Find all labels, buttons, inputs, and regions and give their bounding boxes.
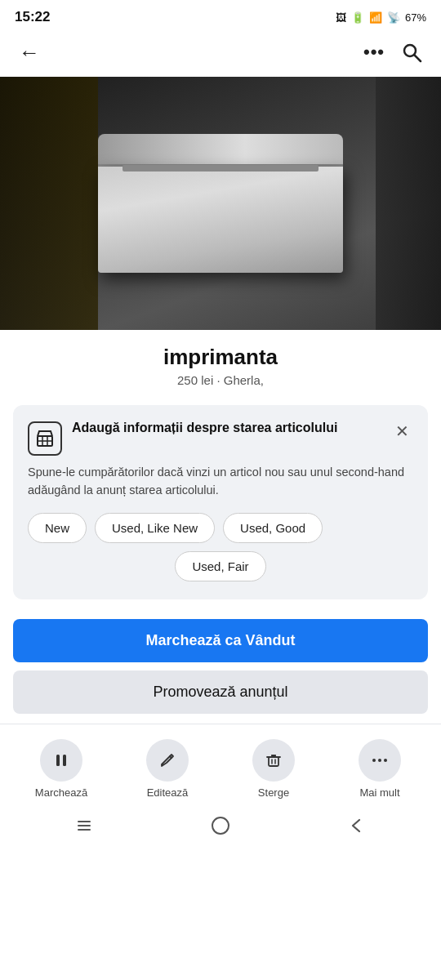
dots-icon: ••• [363,42,385,63]
photo-icon: 🖼 [336,11,346,24]
svg-rect-7 [63,755,66,766]
product-meta: 250 lei · Gherla, [16,373,425,387]
svg-line-1 [415,56,421,62]
condition-used-like-new[interactable]: Used, Like New [95,513,215,543]
more-action[interactable]: Mai mult [347,739,412,799]
nav-lines-button[interactable] [64,813,105,838]
status-bar: 15:22 🖼 🔋 📶 📡 67% [0,0,441,31]
promote-button[interactable]: Promovează anunțul [13,670,428,714]
signal-icon: 📡 [387,11,400,24]
svg-point-13 [372,759,376,762]
top-nav: ← ••• [0,31,441,77]
pause-action[interactable]: Marchează [29,739,94,799]
svg-rect-6 [56,755,60,766]
nav-right-actions: ••• [358,36,428,69]
svg-rect-9 [269,757,278,766]
action-buttons: Marchează ca Vândut Promovează anunțul [0,611,441,719]
search-button[interactable] [395,36,428,69]
card-title: Adaugă informații despre starea articolu… [72,420,381,437]
product-image-inner [0,77,441,330]
wifi-icon: 📶 [369,11,382,24]
condition-used-fair[interactable]: Used, Fair [175,551,265,581]
status-time: 15:22 [15,9,50,25]
pause-label: Marchează [35,786,87,799]
condition-used-good[interactable]: Used, Good [223,513,323,543]
delete-icon [252,739,295,782]
product-location: Gherla, [224,373,264,387]
back-button[interactable]: ← [13,36,46,69]
bottom-nav [0,805,441,854]
nav-lines-icon [74,815,95,836]
back-icon: ← [19,40,40,65]
card-header: Adaugă informații despre starea articolu… [28,420,413,456]
shop-svg [35,429,55,448]
mark-sold-button[interactable]: Marchează ca Vândut [13,619,428,662]
bottom-actions: Marchează Editează Sterge [0,724,441,805]
edit-label: Editează [147,786,189,799]
product-info: imprimanta 250 lei · Gherla, [0,330,441,394]
condition-options: New Used, Like New Used, Good [28,513,413,543]
more-options-button[interactable]: ••• [358,36,390,69]
trash-svg [265,751,283,769]
nav-back-icon [346,815,368,836]
battery-percent: 67% [405,11,426,24]
product-title: imprimanta [16,345,425,370]
delete-action[interactable]: Sterge [241,739,306,799]
info-card: Adaugă informații despre starea articolu… [13,405,428,599]
svg-point-19 [212,817,229,834]
search-icon [401,42,422,63]
card-description: Spune-le cumpărătorilor dacă vinzi un ar… [28,464,413,500]
nav-home-icon [210,815,231,836]
more-svg [371,751,389,769]
store-icon [28,421,62,456]
svg-point-15 [384,759,387,762]
card-close-button[interactable]: ✕ [390,420,413,443]
product-image [0,77,441,330]
condition-new[interactable]: New [28,513,87,543]
more-label: Mai mult [359,786,399,799]
pause-svg [52,751,70,769]
edit-icon [146,739,189,782]
nav-back-button[interactable] [336,813,377,838]
close-icon: ✕ [395,421,409,441]
svg-point-14 [378,759,381,762]
status-icons: 🖼 🔋 📶 📡 67% [336,11,426,24]
edit-action[interactable]: Editează [135,739,200,799]
delete-label: Sterge [258,786,289,799]
condition-options-row2: Used, Fair [28,551,413,581]
product-price: 250 lei [177,373,213,387]
pause-icon [40,739,82,782]
more-dots-icon [359,739,401,782]
battery-icon: 🔋 [351,11,364,24]
nav-home-button[interactable] [200,813,241,838]
svg-line-8 [170,756,172,758]
product-separator: · [216,373,223,387]
edit-svg [158,751,176,769]
